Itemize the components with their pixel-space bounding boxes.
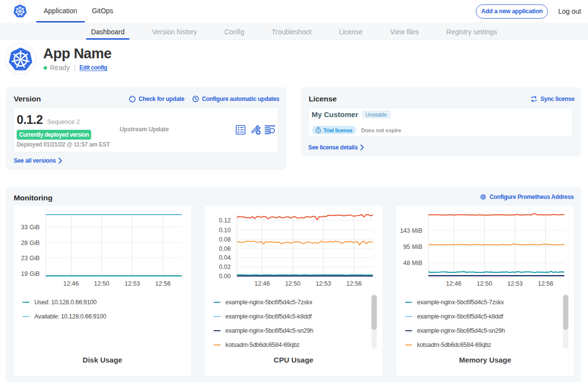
svg-text:143 MiB: 143 MiB bbox=[400, 227, 422, 234]
svg-text:95 MiB: 95 MiB bbox=[403, 244, 422, 250]
svg-text:12:53: 12:53 bbox=[316, 280, 331, 287]
svg-text:12:56: 12:56 bbox=[155, 280, 171, 287]
svg-text:12:50: 12:50 bbox=[94, 280, 109, 287]
svg-text:0.08: 0.08 bbox=[219, 236, 231, 243]
svg-text:12:53: 12:53 bbox=[124, 280, 140, 287]
svg-text:12:53: 12:53 bbox=[507, 280, 522, 287]
svg-text:12:46: 12:46 bbox=[63, 280, 78, 287]
svg-text:0.04: 0.04 bbox=[219, 254, 231, 261]
svg-text:0.02: 0.02 bbox=[219, 264, 231, 270]
svg-text:0.00: 0.00 bbox=[219, 273, 231, 280]
svg-text:12:46: 12:46 bbox=[446, 280, 461, 287]
svg-text:19 GiB: 19 GiB bbox=[21, 270, 40, 277]
svg-text:48 MiB: 48 MiB bbox=[403, 260, 422, 267]
svg-text:28 GiB: 28 GiB bbox=[21, 240, 40, 246]
svg-text:12:56: 12:56 bbox=[538, 280, 553, 287]
svg-text:33 GiB: 33 GiB bbox=[21, 224, 40, 231]
svg-text:23 GiB: 23 GiB bbox=[21, 255, 40, 262]
svg-text:0.06: 0.06 bbox=[219, 245, 231, 252]
svg-text:0.12: 0.12 bbox=[219, 217, 231, 224]
svg-text:12:50: 12:50 bbox=[285, 280, 300, 287]
svg-text:12:56: 12:56 bbox=[346, 280, 362, 287]
svg-text:12:46: 12:46 bbox=[254, 280, 270, 287]
svg-text:0.10: 0.10 bbox=[219, 227, 231, 234]
svg-text:12:50: 12:50 bbox=[477, 280, 492, 287]
